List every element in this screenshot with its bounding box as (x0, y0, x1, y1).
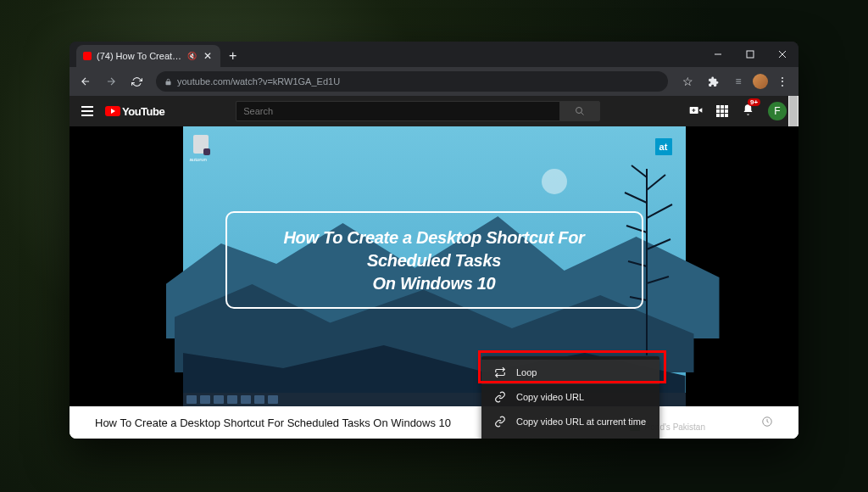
video-overlay-title: How To Create a Desktop Shortcut For Sch… (225, 211, 643, 309)
video-player-area: autorun at How To Create a Desktop Short… (70, 126, 798, 406)
reload-button[interactable] (125, 70, 147, 92)
overlay-title-line1: How To Create a Desktop Shortcut For Sch… (244, 226, 625, 272)
svg-line-5 (581, 113, 584, 115)
new-tab-button[interactable]: + (220, 45, 245, 67)
svg-rect-1 (747, 51, 754, 58)
loop-icon (493, 366, 506, 378)
ctx-item-copy-url-time[interactable]: Copy video URL at current time (481, 409, 659, 433)
close-tab-button[interactable]: ✕ (202, 50, 214, 62)
browser-toolbar: youtube.com/watch?v=kRW1GA_Ed1U ☆ ≡ ⋮ (70, 67, 798, 96)
maximize-button[interactable] (734, 42, 766, 67)
video-page-title: How To Create a Desktop Shortcut For Sch… (95, 417, 451, 429)
back-button[interactable] (75, 70, 97, 92)
ctx-item-loop[interactable]: Loop (481, 360, 659, 384)
browser-tab[interactable]: (74) How To Create a Deskto 🔇 ✕ (76, 45, 220, 67)
youtube-play-icon (105, 106, 120, 116)
create-video-icon[interactable] (689, 103, 703, 119)
page-content: YouTube 9+ F (70, 96, 798, 439)
youtube-logo-text: YouTube (122, 105, 164, 118)
forward-button[interactable] (100, 70, 122, 92)
tab-strip: (74) How To Create a Deskto 🔇 ✕ + (70, 42, 798, 67)
video-info-bar: How To Create a Desktop Shortcut For Sch… (70, 406, 798, 439)
overlay-title-line2: On Windows 10 (244, 272, 625, 295)
youtube-logo[interactable]: YouTube (105, 105, 164, 118)
search-bar (236, 101, 600, 121)
channel-badge: at (655, 138, 672, 155)
notifications-icon[interactable]: 9+ (742, 103, 754, 120)
reading-list-icon[interactable]: ≡ (727, 70, 749, 92)
extensions-icon[interactable] (702, 70, 724, 92)
tab-title: (74) How To Create a Deskto (97, 51, 182, 61)
header-right: 9+ F (689, 102, 787, 120)
notif-badge: 9+ (748, 98, 760, 106)
svg-point-4 (576, 108, 582, 114)
watch-later-icon[interactable] (761, 416, 773, 430)
ctx-label: Loop (516, 367, 537, 377)
link-icon (493, 390, 506, 403)
ctx-item-copy-embed[interactable]: Copy embed code (481, 433, 659, 439)
link-icon (493, 415, 506, 428)
address-bar[interactable]: youtube.com/watch?v=kRW1GA_Ed1U (156, 71, 668, 92)
ctx-label: Copy video URL (516, 392, 584, 402)
video-sun (542, 169, 567, 194)
lock-icon (164, 78, 172, 86)
window-controls (702, 42, 798, 67)
user-avatar[interactable]: F (768, 102, 787, 120)
hamburger-menu-icon[interactable] (81, 106, 93, 116)
ctx-label: Copy video URL at current time (516, 417, 646, 427)
search-button[interactable] (559, 101, 600, 121)
context-menu: Loop Copy video URL Copy video URL at cu… (481, 356, 659, 439)
apps-grid-icon[interactable] (716, 105, 728, 117)
bookmark-star-icon[interactable]: ☆ (676, 70, 698, 92)
youtube-favicon (83, 52, 92, 60)
video-desktop-icon-label: autorun (190, 157, 207, 162)
youtube-header: YouTube 9+ F (70, 96, 798, 126)
profile-avatar-icon[interactable] (753, 74, 768, 89)
url-text: youtube.com/watch?v=kRW1GA_Ed1U (177, 76, 340, 87)
minimize-button[interactable] (702, 42, 734, 67)
video-desktop-icon (193, 135, 209, 154)
close-window-button[interactable] (766, 42, 798, 67)
menu-dots-icon[interactable]: ⋮ (771, 70, 793, 92)
ctx-item-copy-url[interactable]: Copy video URL (481, 384, 659, 409)
search-input[interactable] (236, 101, 559, 121)
browser-window: (74) How To Create a Deskto 🔇 ✕ + (70, 42, 798, 439)
search-icon (575, 106, 585, 116)
mute-icon[interactable]: 🔇 (187, 52, 197, 60)
